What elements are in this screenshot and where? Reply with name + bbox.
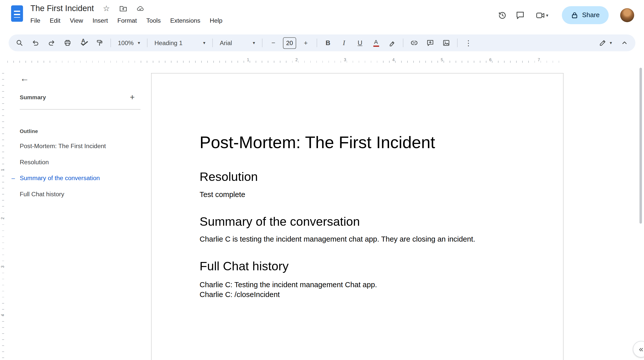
outline-item-full-chat-history[interactable]: Full Chat history — [8, 186, 140, 202]
move-folder-icon[interactable] — [119, 4, 127, 13]
menu-extensions[interactable]: Extensions — [167, 15, 204, 25]
doc-heading-chat-history[interactable]: Full Chat history — [200, 259, 539, 274]
doc-heading-title[interactable]: Post-Mortem: The First Incident — [200, 133, 539, 152]
document-page[interactable]: Post-Mortem: The First Incident Resoluti… — [151, 73, 563, 360]
app-header: The First Incident ☆ File Edit — [0, 0, 644, 32]
toolbar-divider — [403, 39, 403, 47]
zoom-select[interactable]: 100% ▾ — [114, 37, 144, 49]
doc-paragraph[interactable]: Charlie C: Testing the incident manageme… — [200, 280, 539, 300]
star-icon[interactable]: ☆ — [103, 5, 110, 12]
menu-bar: File Edit View Insert Format Tools Exten… — [27, 15, 226, 25]
ruler-number: 2 — [295, 57, 299, 62]
redo-button[interactable] — [44, 36, 59, 50]
toolbar: A 100% ▾ Heading 1 ▾ Arial — [9, 35, 635, 51]
print-icon — [64, 39, 71, 47]
image-icon — [442, 39, 450, 47]
underline-button[interactable]: U — [353, 36, 368, 50]
chevron-up-icon — [621, 39, 628, 47]
spellcheck-button[interactable]: A — [76, 36, 91, 50]
menu-format[interactable]: Format — [114, 15, 140, 25]
menu-file[interactable]: File — [27, 15, 44, 25]
redo-icon — [48, 39, 55, 47]
menu-view[interactable]: View — [67, 15, 86, 25]
undo-button[interactable] — [28, 36, 43, 50]
vertical-ruler[interactable]: 1 2 3 4 — [0, 65, 7, 360]
add-summary-button[interactable]: + — [127, 91, 138, 103]
more-vertical-icon: ⋮ — [465, 38, 472, 47]
toolbar-divider — [147, 39, 148, 47]
menu-edit[interactable]: Edit — [46, 15, 64, 25]
close-outline-button[interactable]: ← — [16, 70, 33, 87]
screen: The First Incident ☆ File Edit — [0, 0, 644, 360]
link-icon — [410, 39, 418, 47]
google-docs-app: The First Incident ☆ File Edit — [0, 0, 644, 360]
side-panel-collapse-button[interactable]: « — [633, 341, 644, 357]
outline-item-summary-of-conversation[interactable]: – Summary of the conversation — [8, 170, 140, 186]
increase-font-size-button[interactable]: + — [298, 36, 313, 50]
toolbar-divider — [212, 39, 213, 47]
toolbar-divider — [457, 39, 458, 47]
add-comment-button[interactable] — [423, 36, 438, 50]
bold-button[interactable]: B — [320, 36, 335, 50]
toolbar-divider — [110, 39, 111, 47]
videocam-icon — [535, 11, 545, 20]
outline-list: Post-Mortem: The First Incident Resoluti… — [8, 138, 140, 202]
paragraph-style-select[interactable]: Heading 1 ▾ — [151, 37, 209, 49]
summary-divider — [20, 109, 140, 110]
document-name-input[interactable]: The First Incident — [31, 4, 94, 13]
outline-item-post-mortem[interactable]: Post-Mortem: The First Incident — [8, 138, 140, 154]
ruler-number: 2 — [1, 216, 6, 221]
toolbar-divider — [262, 39, 262, 47]
header-actions: ▾ Share — [493, 6, 634, 24]
italic-button[interactable]: I — [336, 36, 352, 50]
search-icon — [16, 39, 23, 47]
comments-button[interactable] — [511, 6, 529, 24]
toolbar-divider — [317, 39, 317, 47]
undo-icon — [32, 39, 39, 47]
ruler-ticks — [7, 61, 563, 63]
ruler-number: 1 — [1, 168, 6, 173]
active-item-dash: – — [12, 174, 15, 182]
hide-menus-button[interactable] — [617, 36, 632, 50]
ruler-number: 1 — [246, 57, 250, 62]
ruler-number: 3 — [1, 264, 6, 269]
add-comment-icon — [426, 39, 434, 47]
doc-heading-resolution[interactable]: Resolution — [200, 170, 539, 184]
more-toolbar-options-button[interactable]: ⋮ — [461, 36, 476, 50]
font-size-input[interactable]: 20 — [283, 37, 296, 49]
print-button[interactable] — [60, 36, 75, 50]
menu-tools[interactable]: Tools — [143, 15, 164, 25]
docs-logo[interactable] — [11, 5, 23, 22]
insert-image-button[interactable] — [439, 36, 454, 50]
menu-insert[interactable]: Insert — [89, 15, 111, 25]
share-button[interactable]: Share — [562, 6, 609, 24]
horizontal-ruler[interactable]: 1 2 3 4 5 6 7 — [0, 56, 644, 65]
cloud-status-icon[interactable] — [136, 4, 144, 13]
text-color-button[interactable]: A — [368, 36, 384, 50]
version-history-button[interactable] — [493, 6, 511, 24]
comment-bubble-icon — [515, 11, 525, 20]
editing-mode-button[interactable]: ▾ — [595, 36, 616, 50]
highlight-color-button[interactable] — [385, 36, 400, 50]
font-select[interactable]: Arial ▾ — [216, 37, 259, 49]
menu-help[interactable]: Help — [207, 15, 226, 25]
decrease-font-size-button[interactable]: − — [266, 36, 281, 50]
highlighter-icon — [388, 39, 396, 47]
join-call-button[interactable]: ▾ — [529, 6, 554, 24]
insert-link-button[interactable] — [407, 36, 422, 50]
share-label: Share — [582, 12, 600, 19]
paint-format-button[interactable] — [92, 36, 107, 50]
ruler-number: 7 — [537, 57, 541, 62]
paint-roller-icon — [96, 39, 104, 47]
pencil-icon — [599, 39, 607, 47]
doc-paragraph[interactable]: Charlie C is testing the incident manage… — [200, 235, 539, 244]
outline-label: Outline — [20, 128, 140, 134]
search-menus-button[interactable] — [12, 36, 27, 50]
doc-paragraph[interactable]: Test complete — [200, 190, 539, 199]
ruler-number: 6 — [488, 57, 492, 62]
chevron-down-icon: ▾ — [546, 13, 548, 17]
avatar[interactable] — [620, 8, 634, 22]
outline-item-resolution[interactable]: Resolution — [8, 154, 140, 170]
vertical-scrollbar[interactable] — [639, 68, 642, 224]
doc-heading-summary[interactable]: Summary of the conversation — [200, 214, 539, 229]
